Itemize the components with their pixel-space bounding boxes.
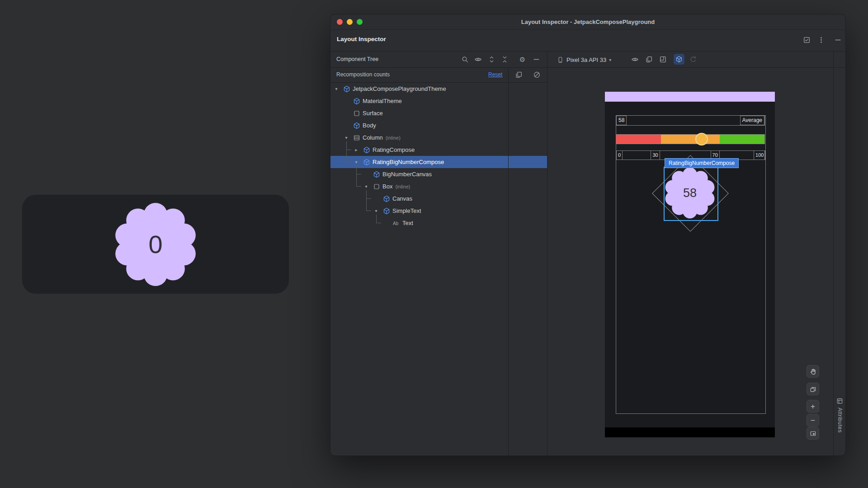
- tree-connector: [346, 141, 347, 162]
- tree-node-suffix: (inline): [395, 184, 410, 189]
- collapse-all-icon[interactable]: [501, 56, 509, 63]
- tree-row-canvas[interactable]: Canvas: [330, 192, 547, 205]
- minimize-window-button[interactable]: [347, 19, 353, 25]
- tree-row-ratingcompose[interactable]: ▸RatingCompose: [330, 144, 547, 156]
- tree-node-label: JetpackComposePlaygroundTheme: [353, 83, 446, 95]
- right-tool-strip: Attributes: [833, 51, 846, 455]
- rating-header-row: 58 Average: [616, 115, 765, 126]
- compose-icon: [383, 195, 390, 202]
- copy-icon[interactable]: [515, 71, 523, 79]
- search-icon[interactable]: [461, 56, 469, 63]
- device-screen[interactable]: 58 Average 03070100 58 RatingBigNumberCo…: [605, 92, 775, 437]
- tree-node-label: SimpleText: [392, 205, 421, 217]
- pan-mode-button[interactable]: [807, 365, 819, 378]
- recomposition-counts-label: Recomposition counts: [336, 71, 390, 78]
- rating-text-label: Average: [740, 116, 764, 125]
- tree-row-bignumbercanvas[interactable]: BigNumberCanvas: [330, 168, 547, 180]
- layers-icon: [810, 386, 816, 393]
- hide-tool-window-icon[interactable]: [834, 36, 842, 44]
- snapshot-icon[interactable]: [645, 56, 653, 63]
- tree-row-jetpackcomposeplaygroundtheme[interactable]: ▾JetpackComposePlaygroundTheme: [330, 83, 547, 95]
- status-bar: [605, 92, 775, 102]
- selection-tooltip: RatingBigNumberCompose: [665, 158, 739, 168]
- rating-bar-segment: [720, 135, 764, 144]
- tree-row-simpletext[interactable]: ▾SimpleText: [330, 205, 547, 217]
- tree-row-ratingbignumbercompose[interactable]: ▾RatingBigNumberCompose: [330, 156, 547, 168]
- block-icon[interactable]: [533, 71, 541, 79]
- tree-connector: [356, 186, 361, 187]
- hand-icon: [810, 368, 816, 375]
- tree-row-box[interactable]: ▾Box(inline): [330, 180, 547, 192]
- mode-3d-icon: [675, 56, 683, 63]
- layout-inspector-window: Layout Inspector - JetpackComposePlaygro…: [330, 14, 846, 456]
- more-options-icon[interactable]: [817, 36, 825, 44]
- tree-row-materialtheme[interactable]: MaterialTheme: [330, 95, 547, 107]
- tree-row-body[interactable]: Body: [330, 119, 547, 131]
- rendering-toggle-icon[interactable]: [803, 36, 811, 44]
- tree-connector: [366, 211, 371, 211]
- fit-screen-icon: [810, 430, 816, 437]
- tree-node-label: Body: [363, 119, 376, 131]
- surface-icon: [373, 183, 380, 190]
- tree-node-label: MaterialTheme: [363, 95, 402, 107]
- gear-icon[interactable]: ⚙: [519, 56, 526, 63]
- scale-label: 30: [651, 150, 660, 160]
- layer-spacing-button[interactable]: [807, 383, 819, 395]
- zoom-to-fit-button[interactable]: [807, 427, 819, 440]
- device-selector[interactable]: Pixel 3a API 33 ▾: [557, 54, 611, 65]
- rating-bar-segment: [661, 135, 719, 144]
- layout-bounds-icon[interactable]: [659, 56, 667, 63]
- text-icon: Ab: [393, 220, 400, 227]
- tree-connector: [346, 150, 351, 150]
- tree-connector: [366, 198, 371, 199]
- device-viewport: 58 Average 03070100 58 RatingBigNumberCo…: [547, 67, 833, 455]
- compose-icon: [363, 159, 370, 166]
- navigation-bar: [605, 427, 775, 437]
- reset-counts-link[interactable]: Reset: [488, 71, 502, 78]
- divider: [508, 67, 509, 455]
- tree-connector: [356, 174, 361, 174]
- chevron-right-icon[interactable]: ▸: [353, 144, 359, 156]
- rating-badge-value: 0: [148, 230, 162, 259]
- window-title: Layout Inspector - JetpackComposePlaygro…: [330, 19, 845, 25]
- rating-knob: [695, 133, 708, 145]
- mode-3d-button[interactable]: [674, 54, 684, 65]
- compose-icon: [353, 98, 360, 105]
- view-options-icon[interactable]: [631, 56, 639, 63]
- attributes-icon: [836, 398, 843, 404]
- device-icon: [557, 56, 564, 63]
- expand-all-icon[interactable]: [488, 56, 495, 63]
- compose-icon: [363, 146, 370, 154]
- hide-counts-icon[interactable]: [533, 56, 540, 63]
- tree-connector: [366, 190, 367, 211]
- attributes-tab[interactable]: Attributes: [834, 398, 846, 433]
- tree-node-label: BigNumberCanvas: [382, 168, 432, 180]
- refresh-icon: [689, 56, 697, 63]
- tree-node-label: Box(inline): [382, 180, 410, 192]
- zoom-out-button[interactable]: −: [807, 414, 819, 427]
- preview-card: 0: [22, 195, 289, 294]
- desktop: 0 Layout Inspector - JetpackComposePlayg…: [0, 0, 868, 488]
- chevron-down-icon: ▾: [609, 57, 611, 62]
- scale-label: 100: [754, 150, 765, 160]
- tree-node-label: Canvas: [392, 192, 412, 205]
- tree-connector: [376, 223, 381, 223]
- tree-row-column[interactable]: ▾Column(inline): [330, 131, 547, 144]
- view-options-icon[interactable]: [474, 56, 482, 63]
- compose-icon: [353, 122, 360, 129]
- chevron-down-icon[interactable]: ▾: [333, 83, 340, 95]
- close-window-button[interactable]: [337, 19, 343, 25]
- tree-node-label: Text: [402, 217, 413, 229]
- compose-icon: [343, 85, 350, 93]
- tree-row-text[interactable]: AbText: [330, 217, 547, 229]
- selection-outline: [664, 167, 718, 221]
- tree-node-label: RatingCompose: [373, 144, 415, 156]
- surface-icon: [353, 110, 360, 117]
- tree-connector: [356, 166, 357, 187]
- component-tree: ▾JetpackComposePlaygroundThemeMaterialTh…: [330, 83, 547, 455]
- window-titlebar[interactable]: Layout Inspector - JetpackComposePlaygro…: [330, 14, 845, 30]
- tree-row-surface[interactable]: Surface: [330, 107, 547, 119]
- zoom-in-button[interactable]: +: [807, 400, 819, 413]
- column-icon: [353, 134, 360, 141]
- zoom-window-button[interactable]: [357, 19, 363, 25]
